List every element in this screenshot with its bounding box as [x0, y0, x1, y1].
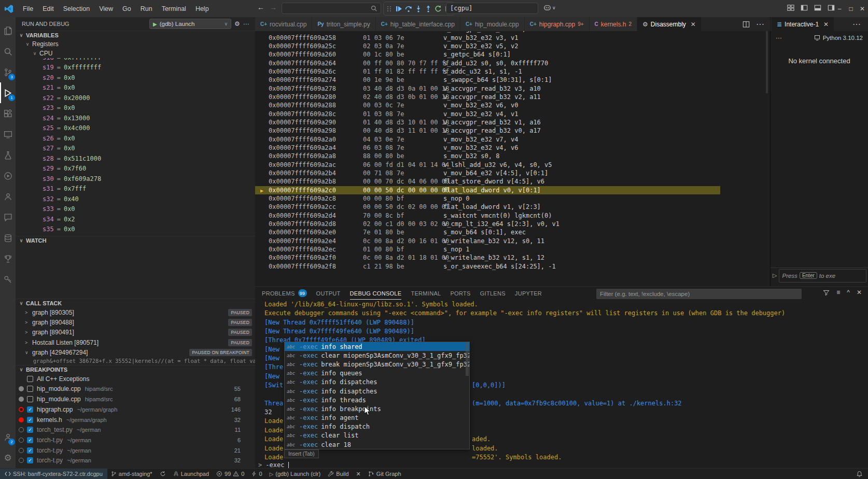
restart-icon[interactable] — [434, 5, 442, 13]
breakpoint-checkbox[interactable] — [27, 427, 33, 433]
disassembly-editor[interactable]: 0x00007ffff609a250 00 40 d8 d3 12 01 00 … — [255, 31, 770, 286]
step-over-icon[interactable] — [404, 5, 413, 13]
menu-view[interactable]: View — [95, 4, 117, 14]
start-debug-icon[interactable]: ▶ — [153, 21, 157, 27]
disassembly-row[interactable]: 0x00007ffff609a2cc 00 00 50 dc 02 00 00 … — [255, 203, 720, 211]
disassembly-row[interactable]: 0x00007ffff609a258 01 03 06 7e v_mov_b32… — [255, 33, 720, 41]
disassembly-row[interactable]: 0x00007ffff609a288 00 03 0c 7e v_mov_b32… — [255, 101, 720, 109]
git-branch-item[interactable]: amd-staging* — [107, 469, 156, 479]
call-stack-thread[interactable]: > graph [890488] PAUSED — [16, 317, 255, 327]
copilot-button[interactable]: ∨ — [543, 4, 556, 11]
disassembly-row[interactable]: 0x00007ffff609a2f8 c1 21 98 be s_or_save… — [255, 262, 720, 271]
key-icon[interactable] — [0, 269, 16, 290]
launchpad-item[interactable]: Launchpad — [170, 469, 213, 479]
breakpoint-row[interactable]: torch-t.py ~/german 32 — [16, 455, 255, 466]
disassembly-row[interactable]: 0x00007ffff609a2ac 06 00 fd d1 04 01 14 … — [255, 161, 720, 169]
testing-beaker-icon[interactable] — [0, 145, 16, 165]
editor-tab[interactable]: hipgraph.cpp 9+ — [525, 17, 590, 31]
panel-tab[interactable]: JUPYTER — [515, 287, 542, 300]
register-row[interactable]: s33 = 0x0 — [16, 204, 255, 215]
menu-selection[interactable]: Selection — [59, 4, 94, 14]
customize-layout-icon[interactable] — [787, 4, 794, 11]
register-row[interactable]: s27 = 0x0 — [16, 144, 255, 154]
panel-tab[interactable]: PORTS — [450, 287, 470, 300]
register-row[interactable]: s28 = 0x511c1000 — [16, 153, 255, 164]
close-button[interactable]: ✕ — [857, 5, 868, 12]
interactive-tab[interactable]: ≣ Interactive-1 ✕ — [772, 17, 834, 31]
filter-icon[interactable] — [823, 289, 830, 296]
editor-tab[interactable]: triton_simple.py — [312, 17, 375, 31]
search-icon[interactable] — [0, 41, 16, 62]
breakpoint-row[interactable]: kernels.h ~/german/graph 32 — [16, 415, 255, 425]
suggest-scrollbar[interactable] — [466, 343, 469, 376]
remote-indicator[interactable]: SSH: banff-cyxtera-S72-2.ctr.dcgpu — [0, 469, 107, 479]
disassembly-row[interactable]: 0x00007ffff609a278 03 40 d8 d3 0a 01 00 … — [255, 84, 720, 92]
breakpoint-row[interactable]: hipgraph.cpp ~/german/graph 146 — [16, 404, 255, 415]
panel-tab[interactable]: GITLENS — [480, 287, 506, 300]
breakpoint-checkbox[interactable] — [27, 417, 33, 423]
tab-close-icon[interactable]: ✕ — [823, 21, 829, 28]
disassembly-row[interactable]: 0x00007ffff609a2b8 00 00 70 dc 04 06 00 … — [255, 177, 720, 186]
nav-forward-icon[interactable]: → — [270, 3, 277, 11]
breakpoint-checkbox[interactable] — [27, 386, 33, 392]
breakpoint-checkbox[interactable] — [27, 437, 33, 443]
variables-section-header[interactable]: ∨VARIABLES — [16, 31, 255, 39]
register-row[interactable]: s32 = 0x40 — [16, 194, 255, 204]
editor-scrollbar[interactable] — [766, 31, 768, 93]
menu-help[interactable]: Help — [191, 4, 213, 14]
git-graph-item[interactable]: Git Graph — [365, 469, 405, 479]
suggest-item[interactable]: abc -exec info agent — [285, 414, 469, 422]
disassembly-row[interactable]: 0x00007ffff609a2c8 00 00 80 bf s_nop 0 — [255, 194, 720, 203]
interactive-more-icon[interactable]: ··· — [776, 34, 782, 41]
disassembly-row[interactable]: 0x00007ffff609a290 01 40 d8 d3 10 01 00 … — [255, 118, 720, 126]
run-cell-icon[interactable]: ▷ — [773, 272, 777, 279]
editor-tab[interactable]: hip_table_interface.cpp — [376, 17, 460, 31]
disassembly-row[interactable]: 0x00007ffff609a2e4 0c 00 8a d2 00 16 01 … — [255, 237, 720, 245]
toggle-panel-icon[interactable] — [814, 4, 821, 11]
suggest-item[interactable]: abc -exec info disaptches — [285, 387, 469, 396]
register-row[interactable]: s23 = 0x0 — [16, 103, 255, 114]
register-row[interactable]: s21 = 0x0 — [16, 83, 255, 93]
disassembly-row[interactable]: 0x00007ffff609a2a4 06 03 08 7e v_mov_b32… — [255, 144, 720, 152]
disassembly-row[interactable]: 0x00007ffff609a2c0 00 00 50 dc 00 00 00 … — [255, 186, 720, 194]
register-row[interactable]: s25 = 0x4c000 — [16, 123, 255, 134]
disassembly-row[interactable]: 0x00007ffff609a274 00 1e 9e be s_swappc_… — [255, 76, 720, 84]
command-center-search[interactable] — [282, 3, 381, 14]
panel-tab[interactable]: TERMINAL — [411, 287, 441, 300]
breakpoints-section-header[interactable]: ∨BREAKPOINTS — [16, 365, 255, 374]
chat-icon[interactable] — [0, 207, 16, 228]
accounts-icon[interactable]: 2 — [0, 427, 16, 447]
menu-go[interactable]: Go — [118, 4, 135, 14]
sidebar-more-actions-icon[interactable]: ··· — [243, 20, 249, 27]
disassembly-row[interactable]: 0x00007ffff609a2d4 70 00 8c bf s_waitcnt… — [255, 212, 720, 220]
disassembly-row[interactable]: 0x00007ffff609a2b4 00 71 08 7e v_mov_b64… — [255, 169, 720, 177]
disassembly-row[interactable]: 0x00007ffff609a2ec 01 00 80 bf s_nop 1 — [255, 245, 720, 253]
call-stack-thread[interactable]: ∨ graph [4294967294] PAUSED ON BREAKPOIN… — [16, 348, 255, 358]
suggest-item[interactable]: abc -exec info queues — [285, 369, 469, 378]
watch-section-header[interactable]: ∨WATCH — [16, 236, 255, 245]
split-editor-icon[interactable] — [743, 21, 750, 28]
breakpoint-row[interactable]: torch_test.py ~/german 11 — [16, 425, 255, 435]
register-row[interactable]: s36 = 0x41300000 — [16, 234, 255, 236]
disassembly-row[interactable]: 0x00007ffff609a298 00 40 d8 d3 11 01 00 … — [255, 126, 720, 135]
tab-close-icon[interactable]: ✕ — [691, 21, 696, 28]
call-stack-thread[interactable]: > graph [890305] PAUSED — [16, 307, 255, 317]
panel-tab[interactable]: PROBLEMS 99 — [262, 287, 307, 300]
breakpoint-checkbox[interactable] — [27, 396, 33, 402]
breakpoint-row[interactable]: torch-t.py ~/german 21 — [16, 445, 255, 456]
maximize-button[interactable]: □ — [845, 5, 857, 12]
registers-node[interactable]: ∨Registers — [16, 39, 255, 49]
close-status-item[interactable]: ✕ — [353, 469, 365, 479]
problems-item[interactable]: 99 0 — [213, 469, 248, 479]
interactive-more-actions-icon[interactable]: ··· — [852, 20, 861, 29]
editor-more-actions-icon[interactable]: ··· — [756, 20, 764, 29]
breakpoint-checkbox[interactable] — [27, 447, 33, 454]
suggest-item[interactable]: abc -exec clear list — [285, 431, 469, 440]
panel-tab[interactable]: OUTPUT — [316, 287, 341, 300]
kernel-picker[interactable]: Python 3.10.12 — [814, 35, 863, 41]
extensions-icon[interactable] — [0, 103, 16, 124]
debug-filter-input[interactable]: [cgpu] — [446, 3, 538, 14]
drag-grip-icon[interactable] — [387, 6, 391, 11]
disassembly-row[interactable]: 0x00007ffff609a2a0 04 03 0e 7e v_mov_b32… — [255, 135, 720, 143]
register-row[interactable]: s35 = 0x0 — [16, 224, 255, 235]
